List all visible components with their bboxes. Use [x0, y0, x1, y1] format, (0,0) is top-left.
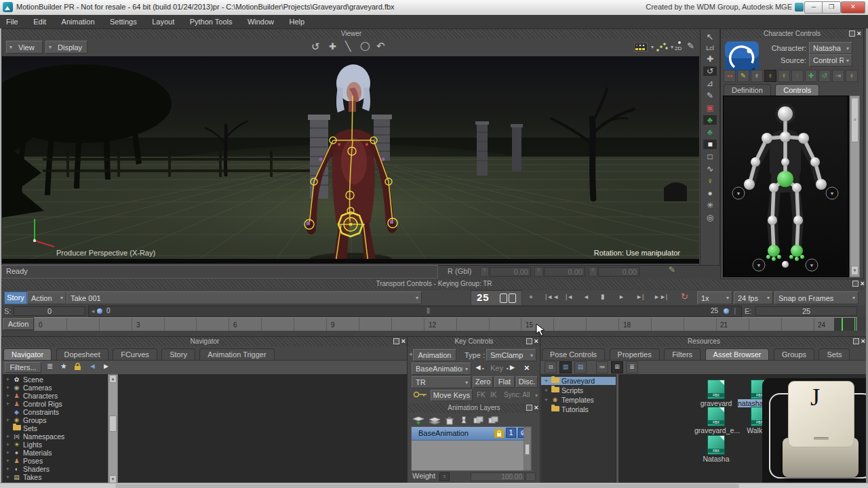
pen-edit-icon[interactable]: ✎: [707, 91, 713, 100]
thumb-view-icon[interactable]: ⊞: [611, 361, 623, 373]
timeline-slider[interactable]: ◄ 0 ||| 25 |: [88, 306, 742, 317]
tab-controls[interactable]: Controls: [775, 84, 819, 96]
layer-lock-icon[interactable]: [494, 429, 504, 438]
menu-python-tools[interactable]: Python Tools: [184, 15, 239, 28]
rx-slider-icon[interactable]: ≡: [480, 267, 489, 277]
star-filter-icon[interactable]: ★: [60, 362, 67, 371]
fk-button[interactable]: FK: [477, 391, 486, 399]
tree-view-icon[interactable]: ⊟: [545, 361, 557, 373]
figure-yellow-active-icon[interactable]: ♀: [764, 70, 776, 82]
flat-button[interactable]: Flat: [494, 376, 515, 388]
lock-icon[interactable]: [74, 363, 81, 371]
close-button[interactable]: ✕: [841, 1, 865, 14]
delete-key-button[interactable]: ×: [524, 363, 530, 373]
skeleton-select-icon[interactable]: ♀: [846, 70, 858, 82]
close-icon[interactable]: ×: [534, 338, 538, 344]
filters-button[interactable]: Filters...: [5, 362, 41, 373]
tree-item-control-rigs[interactable]: +♟Control Rigs: [3, 400, 407, 408]
tree-item-materials[interactable]: +●Materials: [3, 449, 407, 457]
tab-groups[interactable]: Groups: [774, 348, 814, 361]
snowflake-icon[interactable]: ✳: [707, 201, 713, 210]
move-tool-icon[interactable]: ✚: [707, 54, 713, 64]
view-menu-button[interactable]: ▾View: [6, 41, 43, 54]
menu-layout[interactable]: Layout: [146, 15, 180, 28]
tree-item-tutorials[interactable]: Tutorials: [541, 405, 616, 413]
tree-item-constraints[interactable]: ◆Constraints: [3, 408, 407, 416]
tree-item-scene[interactable]: +✿Scene: [3, 375, 407, 384]
character-select[interactable]: Natasha▾: [809, 42, 852, 54]
asset-natasha[interactable]: Natasha: [694, 435, 738, 463]
tree-asset-icon[interactable]: ♣: [703, 115, 717, 125]
list-view-icon[interactable]: ≔: [596, 361, 608, 373]
cube-primitive-icon-2[interactable]: □: [707, 152, 712, 161]
orbit-tool-icon[interactable]: ↺: [311, 41, 320, 53]
layers-toolbar-icons[interactable]: +: [412, 415, 507, 426]
disc-button[interactable]: Disc.: [516, 376, 538, 388]
minimize-button[interactable]: ─: [804, 1, 823, 14]
detail-view-icon[interactable]: ≣: [626, 361, 638, 373]
tree-item-cameras[interactable]: +◉Cameras: [3, 384, 407, 392]
layers-scrollbar[interactable]: [524, 427, 531, 470]
tree-item-poses[interactable]: +♟Poses: [3, 457, 407, 465]
key-curve-icon[interactable]: [656, 41, 668, 52]
tab-properties[interactable]: Properties: [610, 348, 660, 361]
pen-tool-icon[interactable]: ✎: [687, 41, 694, 51]
take-select[interactable]: Take 001▾: [66, 291, 422, 304]
dock-icon[interactable]: [393, 338, 399, 344]
camera-orbit-icon[interactable]: ◎: [707, 213, 713, 222]
keyboard-icon[interactable]: [634, 43, 648, 52]
type-select[interactable]: SmClamp▾: [486, 349, 536, 361]
tab-definition[interactable]: Definition: [724, 84, 771, 96]
play-button[interactable]: ►: [618, 293, 625, 300]
rx-value[interactable]: 0.00: [490, 267, 531, 277]
tab-asset-browser[interactable]: Asset Browser: [705, 348, 770, 361]
figure-disabled-icon[interactable]: ♀: [791, 70, 804, 82]
goto-start-button[interactable]: |◄◄: [545, 293, 559, 300]
animation-button[interactable]: Animation: [413, 349, 456, 361]
tr-select[interactable]: TR▾: [412, 376, 471, 388]
curve-primitive-icon[interactable]: ∿: [707, 164, 713, 174]
sphere-primitive-icon[interactable]: ●: [707, 188, 712, 198]
layer-badge[interactable]: 1: [506, 428, 516, 438]
tab-story[interactable]: Story: [161, 348, 195, 361]
frame-display[interactable]: 25: [471, 290, 522, 306]
rz-value[interactable]: 0.00: [598, 267, 639, 277]
key-dots-icon[interactable]: ●●: [724, 70, 736, 82]
weight-track[interactable]: 100.00: [471, 472, 525, 481]
tree-item-scripts[interactable]: +Scripts: [541, 386, 616, 394]
slider-center-handle[interactable]: |||: [427, 307, 429, 314]
tab-dopesheet[interactable]: Dopesheet: [56, 348, 108, 361]
pin-translate-icon[interactable]: ✚: [805, 70, 817, 82]
goto-end-button[interactable]: ►►|: [654, 293, 667, 300]
menu-window[interactable]: Window: [241, 15, 280, 28]
record-button[interactable]: ●: [529, 293, 533, 300]
ry-slider-icon[interactable]: ≡: [534, 267, 543, 277]
plant-asset-icon[interactable]: ♣: [707, 127, 713, 137]
tab-animation-trigger[interactable]: Animation Trigger: [199, 348, 274, 361]
prev-key-arrow[interactable]: ◄▪: [474, 363, 484, 372]
current-frame-marker[interactable]: [834, 318, 856, 331]
viewport-3d[interactable]: Producer Perspective (X-Ray) Rotation: U…: [2, 56, 699, 264]
tree-item-namespaces[interactable]: +[a]Namespaces: [3, 432, 407, 441]
list-options-icon[interactable]: ≣: [47, 362, 53, 371]
marker-tool-icon[interactable]: ▣: [706, 103, 713, 113]
tab-pose-controls[interactable]: Pose Controls: [542, 348, 605, 361]
key-button[interactable]: Key: [490, 364, 503, 372]
ik-button[interactable]: IK: [490, 391, 496, 399]
tab-filters[interactable]: Filters: [664, 348, 701, 361]
select-tool-icon[interactable]: ↖: [707, 32, 714, 42]
translate-tool-icon[interactable]: ✚: [329, 41, 336, 52]
arc-tool-icon[interactable]: ↶: [376, 40, 385, 52]
tab-sets[interactable]: Sets: [818, 348, 850, 361]
prev-key-button[interactable]: |◄: [566, 293, 573, 300]
dock-icon[interactable]: [852, 281, 859, 287]
split-view-icon[interactable]: ▥: [559, 361, 572, 373]
asset-graveyard-e[interactable]: graveyard_e...: [694, 407, 738, 434]
scale-tool-icon-2[interactable]: ⊿: [707, 79, 713, 88]
slider-handle-right[interactable]: [724, 308, 729, 314]
speed-select[interactable]: 1x▾: [697, 291, 732, 304]
horizontal-scrollbar[interactable]: [0, 483, 868, 488]
dock-icon[interactable]: [853, 338, 859, 344]
menu-animation[interactable]: Animation: [56, 15, 101, 28]
collapse-arrow-icon[interactable]: ◂: [409, 350, 412, 357]
